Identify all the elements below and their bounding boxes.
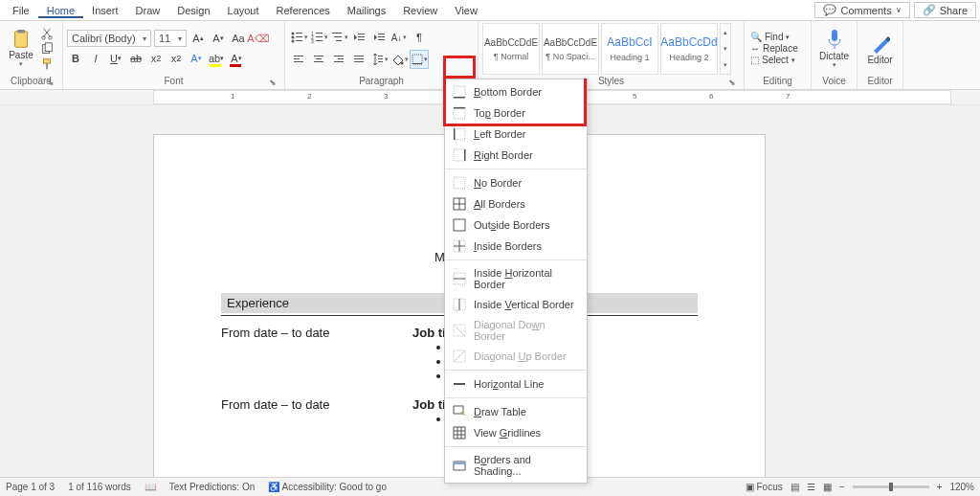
menu-inside-vertical-border[interactable]: Inside Vertical BorderInside Vertical Bo…	[445, 294, 587, 315]
view-read-mode[interactable]: ☰	[807, 482, 815, 492]
svg-line-69	[454, 325, 465, 336]
align-left-icon	[292, 53, 305, 66]
menu-review[interactable]: Review	[394, 3, 446, 18]
clipboard-dialog-launcher[interactable]: ⬊	[47, 78, 56, 87]
font-size-combo[interactable]: 11▾	[154, 30, 187, 47]
all-borders-icon	[453, 197, 466, 211]
strikethrough-button[interactable]: ab	[127, 50, 145, 67]
line-spacing-button[interactable]	[369, 50, 389, 69]
text-effects-button[interactable]: A▾	[188, 50, 205, 67]
font-color-button[interactable]: A▾	[228, 50, 245, 67]
menu-file[interactable]: File	[4, 3, 38, 18]
svg-point-44	[400, 62, 403, 65]
zoom-value[interactable]: 120%	[949, 482, 974, 492]
zoom-thumb[interactable]	[889, 483, 893, 491]
menu-no-border[interactable]: No BorderNo Border	[445, 172, 587, 193]
menu-inside-horizontal-border[interactable]: Inside Horizontal BorderInside Horizonta…	[445, 263, 587, 294]
grow-font-button[interactable]: A▴	[189, 30, 207, 47]
superscript-button[interactable]: x2	[167, 50, 185, 67]
borders-button[interactable]	[410, 50, 429, 69]
style-no-spacing[interactable]: AaBbCcDdE¶ No Spaci...	[542, 23, 599, 75]
menu-draw[interactable]: Draw	[127, 3, 169, 18]
font-name-combo[interactable]: Calibri (Body)▾	[67, 30, 151, 47]
menu-mailings[interactable]: Mailings	[339, 3, 394, 18]
style-heading-1[interactable]: AaBbCcIHeading 1	[601, 23, 658, 75]
menu-references[interactable]: References	[268, 3, 339, 18]
show-marks-button[interactable]: ¶	[410, 28, 429, 47]
style-normal[interactable]: AaBbCcDdE¶ Normal	[482, 23, 540, 75]
justify-button[interactable]	[349, 50, 368, 69]
style-heading-2[interactable]: AaBbCcDdHeading 2	[660, 23, 718, 75]
copy-icon[interactable]	[40, 42, 54, 56]
status-predictions[interactable]: Text Predictions: On	[169, 482, 255, 492]
menu-insert[interactable]: Insert	[83, 3, 127, 18]
cut-icon[interactable]	[40, 27, 54, 40]
focus-mode-button[interactable]: ▣ Focus	[746, 482, 783, 492]
replace-button[interactable]: ↔Replace	[748, 43, 800, 54]
ruler-tick: 2	[307, 92, 311, 101]
zoom-out-button[interactable]: −	[839, 482, 845, 492]
status-words[interactable]: 1 of 116 words	[68, 482, 131, 492]
view-print-layout[interactable]: ▤	[791, 482, 799, 492]
highlight-button[interactable]: ab▾	[208, 50, 225, 67]
increase-indent-button[interactable]	[369, 28, 389, 47]
shading-button[interactable]	[390, 50, 409, 69]
menu-all-borders[interactable]: All BordersAll Borders	[445, 193, 587, 214]
menu-inside-borders[interactable]: Inside BordersInside Borders	[445, 236, 587, 257]
format-painter-icon[interactable]	[40, 57, 54, 71]
view-web-layout[interactable]: ▦	[823, 482, 832, 492]
menu-horizontal-line[interactable]: Horizontal LineHorizontal Line	[445, 373, 587, 395]
paste-button[interactable]: Paste ▾	[4, 29, 38, 68]
svg-rect-0	[15, 32, 28, 48]
comments-button[interactable]: 💬 Comments ∨	[814, 2, 909, 18]
select-label: Select	[762, 55, 789, 65]
italic-button[interactable]: I	[87, 50, 104, 67]
font-dialog-launcher[interactable]: ⬊	[269, 78, 278, 87]
menu-layout[interactable]: Layout	[219, 3, 268, 18]
zoom-slider[interactable]	[853, 485, 929, 488]
clear-formatting-button[interactable]: A⌫	[250, 30, 267, 47]
find-button[interactable]: 🔍Find▾	[748, 32, 800, 42]
style-preview: AaBbCcDdE	[484, 37, 538, 48]
styles-more-button[interactable]: ▴▾▾	[720, 23, 731, 75]
zoom-in-button[interactable]: +	[937, 482, 943, 492]
decrease-indent-button[interactable]	[349, 28, 368, 47]
replace-label: Replace	[763, 43, 798, 54]
align-left-button[interactable]	[289, 50, 308, 69]
align-center-button[interactable]	[309, 50, 328, 69]
underline-button[interactable]: U▾	[107, 50, 124, 67]
menu-draw-table[interactable]: Draw TableDraw Table	[445, 401, 587, 422]
paste-label: Paste	[9, 50, 33, 60]
menu-view[interactable]: View	[446, 3, 486, 18]
select-button[interactable]: ⬚Select▾	[748, 55, 800, 65]
date-range: From date – to date	[221, 326, 412, 383]
bullets-button[interactable]	[289, 28, 308, 47]
status-spellcheck-icon[interactable]: 📖	[145, 482, 156, 492]
sort-button[interactable]: A↓	[390, 28, 409, 47]
status-page[interactable]: Page 1 of 3	[6, 482, 55, 492]
change-case-button[interactable]: Aa	[230, 30, 247, 47]
chevron-down-icon: ▾	[786, 34, 790, 41]
multilevel-list-button[interactable]	[329, 28, 348, 47]
editor-button[interactable]: Editor	[861, 32, 899, 65]
subscript-button[interactable]: x2	[147, 50, 165, 67]
bold-button[interactable]: B	[67, 50, 84, 67]
numbering-button[interactable]: 123	[309, 28, 328, 47]
comment-icon: 💬	[823, 4, 836, 16]
menu-left-border[interactable]: Left BorderLeft Border	[445, 124, 587, 145]
share-button[interactable]: 🔗 Share	[914, 2, 976, 18]
styles-dialog-launcher[interactable]: ⬊	[728, 78, 738, 87]
menu-right-border[interactable]: Right BorderRight Border	[445, 145, 587, 166]
svg-rect-38	[354, 56, 364, 56]
svg-rect-23	[358, 34, 365, 34]
shrink-font-button[interactable]: A▾	[210, 30, 227, 47]
dictate-button[interactable]: Dictate▾	[815, 28, 853, 69]
menu-borders-and-shading[interactable]: Borders and Shading...Borders and Shadin…	[445, 450, 587, 481]
menu-view-gridlines[interactable]: View GridlinesView Gridlines	[445, 422, 587, 443]
status-accessibility[interactable]: ♿ Accessibility: Good to go	[268, 482, 387, 492]
menu-design[interactable]: Design	[168, 3, 218, 18]
menu-home[interactable]: Home	[38, 3, 83, 18]
menu-outside-borders[interactable]: Outside BordersOutside Borders	[445, 214, 587, 236]
align-right-button[interactable]	[329, 50, 348, 69]
svg-rect-37	[334, 61, 344, 62]
